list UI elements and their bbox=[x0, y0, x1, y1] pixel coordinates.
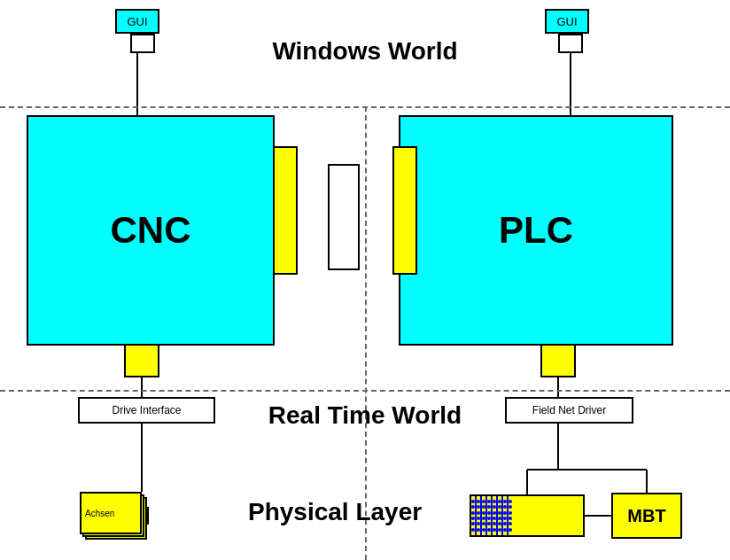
yellow-bottom-cnc bbox=[124, 344, 159, 377]
io-modules bbox=[470, 494, 585, 537]
io-col-8 bbox=[509, 496, 512, 535]
io-dot bbox=[509, 517, 512, 520]
yellow-bar-plc-left bbox=[392, 146, 417, 275]
io-dot bbox=[509, 511, 512, 515]
cnc-box: CNC bbox=[27, 115, 275, 346]
drive-interface-box: Drive Interface bbox=[78, 397, 215, 424]
io-dot bbox=[509, 528, 512, 532]
windows-world-label: Windows World bbox=[0, 37, 730, 66]
yellow-bar-cnc-right bbox=[273, 146, 298, 275]
plc-box: PLC bbox=[399, 115, 673, 346]
connector-left bbox=[130, 34, 155, 53]
io-dot bbox=[509, 522, 512, 525]
vertical-divider bbox=[365, 106, 367, 560]
drive-interface-label: Drive Interface bbox=[112, 404, 181, 416]
diagram: Windows World Real Time World Physical L… bbox=[0, 0, 730, 560]
io-dot bbox=[509, 500, 512, 503]
field-net-driver-box: Field Net Driver bbox=[505, 397, 633, 424]
io-dot bbox=[509, 505, 512, 509]
achsen-label: Achsen bbox=[85, 509, 114, 518]
field-net-driver-label: Field Net Driver bbox=[532, 404, 606, 416]
gui-right-box: GUI bbox=[545, 9, 589, 34]
achsen-page-front: Achsen bbox=[80, 492, 142, 534]
mbt-box: MBT bbox=[611, 493, 682, 539]
achsen-stack: Achsen bbox=[80, 492, 151, 541]
gui-left-box: GUI bbox=[115, 9, 159, 34]
middle-connector-bar bbox=[328, 164, 360, 270]
yellow-bottom-plc bbox=[540, 344, 576, 377]
connector-right bbox=[558, 34, 583, 53]
